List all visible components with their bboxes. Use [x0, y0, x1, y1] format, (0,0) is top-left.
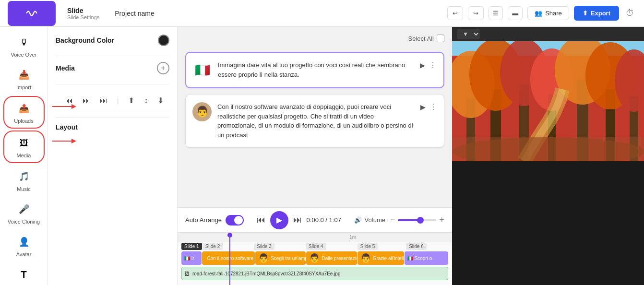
sidebar-item-label-avatar: Avatar — [16, 251, 32, 257]
track-cell-slide2[interactable]: 👨 Con il nostro software — [202, 251, 255, 265]
media-row: Media + — [56, 62, 169, 74]
card-actions-2: ▶ ⋮ — [420, 102, 437, 111]
sidebar-item-import[interactable]: 📥 Import — [3, 63, 45, 94]
bottom-bar: Auto Arrange ⏮ ▶ ⏭ 0:00.0 / 1:07 — [178, 207, 452, 232]
add-media-button[interactable]: + — [157, 62, 169, 74]
view-toggle-grid-button[interactable]: ▬ — [508, 6, 523, 20]
undo-button[interactable]: ↩ — [447, 6, 463, 20]
track-cell-slide1[interactable]: 🇮🇹 Ir — [181, 251, 202, 265]
slide-label-6[interactable]: Slide 6 — [406, 242, 448, 249]
time-display: 0:00.0 / 1:07 — [307, 216, 341, 224]
avatar-photo-2: 👨 — [192, 102, 212, 121]
zoom-section: − + — [390, 215, 444, 225]
view-toggle-list-button[interactable]: ☰ — [489, 6, 503, 20]
slide-1-label: Slide 1 — [181, 243, 202, 250]
slide-label-2[interactable]: Slide 2 — [203, 242, 254, 249]
divider-2 — [56, 84, 169, 84]
track-cell-slide6[interactable]: 🇮🇹 Scopri o — [405, 251, 448, 265]
uploads-icon: 📤 — [16, 101, 32, 116]
sidebar-item-label-uploads: Uploads — [14, 118, 33, 124]
voice-card-1[interactable]: 🇮🇹 Immagina dare vita al tuo progetto co… — [185, 52, 444, 88]
step-back-button[interactable]: ⏭ — [81, 95, 92, 107]
track-cell-image[interactable]: 🖼 road-forest-fall-1072821-jBTmQMLBsp8pv… — [181, 267, 448, 280]
divider-3 — [56, 117, 169, 118]
slide-info: Slide Slide Settings — [67, 7, 99, 20]
media-icon: 🖼 — [16, 135, 32, 151]
slide-title: Slide — [67, 7, 99, 14]
share-button[interactable]: 👥 Share — [527, 6, 569, 20]
export-button[interactable]: ⬆ Export — [574, 6, 619, 21]
more-card-2-button[interactable]: ⋮ — [429, 102, 437, 111]
slide-label-1[interactable]: Slide 1 — [181, 242, 202, 249]
play-card-2-button[interactable]: ▶ — [420, 103, 426, 111]
skip-forward-button[interactable]: ⏭ — [293, 215, 302, 225]
auto-arrange-toggle[interactable] — [226, 215, 244, 226]
slide-4-label: Slide 4 — [306, 243, 326, 250]
slide-label-row: Slide 1 Slide 2 Slide 3 Slide 4 Slide 5 — [178, 242, 452, 250]
preview-toolbar: ▼ — [452, 27, 644, 41]
time-current: 0:00.0 — [307, 216, 324, 224]
zoom-out-button[interactable]: − — [390, 215, 395, 225]
sidebar-item-uploads[interactable]: 📤 Uploads — [3, 96, 45, 129]
background-color-picker[interactable] — [158, 35, 169, 46]
sidebar-item-text[interactable]: T Text — [3, 263, 45, 285]
background-color-row: Background Color — [56, 35, 169, 46]
slide-label-3[interactable]: Slide 3 — [254, 242, 305, 249]
card-actions-1: ▶ ⋮ — [420, 60, 437, 70]
background-color-label: Background Color — [56, 36, 114, 44]
track-text-slide3: Scegli tra un'ampia g — [271, 256, 306, 261]
slide-label-5[interactable]: Slide 5 — [358, 242, 405, 249]
avatar-flag-1: 🇮🇹 — [193, 60, 212, 80]
sidebar-item-label-media: Media — [17, 153, 31, 158]
avatar-slide3: 👨 — [258, 253, 269, 263]
slide-2-label: Slide 2 — [203, 243, 223, 250]
skip-to-end-button[interactable]: ⏭ — [98, 95, 109, 107]
play-big-button[interactable]: ▶ — [270, 211, 288, 229]
zoom-in-button[interactable]: + — [439, 215, 444, 225]
zoom-slider[interactable] — [398, 219, 436, 221]
align-bottom-button[interactable]: ⬇ — [155, 94, 166, 107]
bottom-transport-center: ⏮ ▶ ⏭ 0:00.0 / 1:07 — [249, 211, 349, 229]
svg-rect-0 — [23, 5, 40, 22]
track-cell-slide4[interactable]: 👨 Dalle presentazioni profess — [306, 251, 357, 265]
redo-button[interactable]: ↪ — [468, 6, 484, 20]
sidebar-item-voice-cloning[interactable]: 🎤 Voice Cloning — [3, 198, 45, 228]
slide-label-4[interactable]: Slide 4 — [306, 242, 357, 249]
uploads-arrow-annotation — [52, 103, 76, 110]
align-middle-button[interactable]: ↕ — [142, 95, 150, 107]
track-cell-slide3[interactable]: 👨 Scegli tra un'ampia g — [255, 251, 306, 265]
align-top-button[interactable]: ⬆ — [126, 94, 136, 107]
uploads-section: 📤 Uploads — [0, 96, 48, 129]
sidebar-item-music[interactable]: 🎵 Music — [3, 165, 45, 196]
topbar-actions: ↩ ↪ ☰ ▬ 👥 Share ⬆ Export ⏱ — [447, 6, 636, 21]
sidebar-item-voice-over[interactable]: 🎙 Voice Over — [3, 31, 45, 61]
project-name: Project name — [105, 10, 441, 17]
sidebar-item-label-voice-over: Voice Over — [11, 52, 37, 58]
sidebar-item-avatar[interactable]: 👤 Avatar — [3, 230, 45, 261]
music-icon: 🎵 — [16, 169, 32, 184]
sidebar-item-label-voice-cloning: Voice Cloning — [8, 219, 40, 225]
slide-5-label: Slide 5 — [358, 243, 378, 250]
sidebar-item-media[interactable]: 🖼 Media — [3, 131, 45, 163]
time-sep: / — [325, 216, 329, 224]
preview-select[interactable]: ▼ — [457, 29, 480, 39]
text-icon: T — [16, 267, 32, 282]
image-track-label: road-forest-fall-1072821-jBTmQMLBsp8pvct… — [192, 271, 340, 276]
play-card-1-button[interactable]: ▶ — [420, 61, 425, 69]
volume-section: 🔊 Volume — [354, 216, 385, 224]
select-all-checkbox[interactable] — [437, 35, 444, 42]
timeline-ruler: 1m — [178, 233, 452, 242]
skip-back-button[interactable]: ⏮ — [257, 215, 265, 225]
voice-card-2[interactable]: 👨 Con il nostro software avanzato di dop… — [185, 94, 444, 148]
auto-arrange-section: Auto Arrange — [185, 215, 244, 226]
history-button[interactable]: ⏱ — [624, 6, 636, 20]
track-cell-slide5[interactable]: 👨 Grazie all'intelligen — [358, 251, 404, 265]
auto-arrange-label: Auto Arrange — [185, 216, 222, 224]
timeline-area: 1m Slide 1 Slide 2 Slide 3 Slide 4 — [178, 232, 452, 285]
select-all-label: Select All — [408, 35, 434, 42]
track-text-slide5: Grazie all'intelligen — [373, 256, 404, 261]
preview-panel: ▼ — [452, 27, 644, 285]
layout-section: Layout — [56, 123, 169, 131]
track-row-2: 🖼 road-forest-fall-1072821-jBTmQMLBsp8pv… — [178, 266, 452, 281]
more-card-1-button[interactable]: ⋮ — [429, 60, 437, 70]
